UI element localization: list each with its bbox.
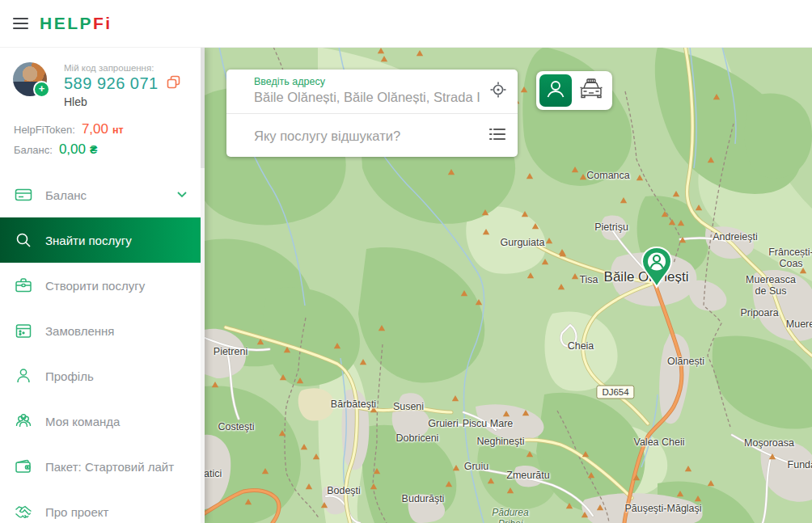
sidebar-item-create-service[interactable]: Створити послугу <box>0 263 205 308</box>
list-icon[interactable] <box>488 124 507 147</box>
sidebar-item-label: Профіль <box>45 369 94 383</box>
sidebar-scrollbar[interactable] <box>201 47 205 523</box>
token-value: 7,00 <box>82 120 108 138</box>
helpfi-app: HELPFi + Мій код запрошення: 589 926 071 <box>0 0 812 523</box>
profile-block: + Мій код запрошення: 589 926 071 Hleb <box>0 47 205 108</box>
calendar-icon <box>14 321 33 340</box>
logo-text-primary: HELP <box>40 14 93 32</box>
address-label: Введіть адресу <box>254 76 325 87</box>
wallet-icon <box>14 457 33 476</box>
road-shield: DJ654 <box>596 386 634 399</box>
map-marker-pin[interactable] <box>640 246 674 289</box>
chevron-down-icon <box>174 186 190 205</box>
briefcase-icon <box>14 276 33 295</box>
balances-block: HelpFiToken: 7,00 нт Баланс: 0,00 ₴ <box>0 108 205 159</box>
sidebar-item-find-service[interactable]: Знайти послугу <box>0 217 205 263</box>
taxi-icon <box>577 77 605 104</box>
sidebar-item-label: Знайти послугу <box>45 234 132 247</box>
taxi-mode-button[interactable] <box>575 74 607 107</box>
balance-label: Баланс: <box>14 141 53 159</box>
map-canvas[interactable]: ComancaPietrişuAndreieştiFrâncești-CoasG… <box>205 47 812 523</box>
app-logo[interactable]: HELPFi <box>40 14 112 33</box>
search-icon <box>14 230 33 250</box>
top-bar: HELPFi <box>0 0 812 48</box>
address-row[interactable]: Введіть адресу Băile Olănești, Băile Olă… <box>226 70 518 113</box>
my-location-icon[interactable] <box>489 81 507 102</box>
sidebar-item-label: Пакет: Стартовий лайт <box>45 460 174 474</box>
card-icon <box>14 185 33 205</box>
balance-value: 0,00 <box>59 140 86 158</box>
invite-code-label: Мій код запрошення: <box>64 63 181 73</box>
sidebar-item-balance[interactable]: Баланс <box>0 172 205 217</box>
person-icon <box>14 366 33 386</box>
sidebar-item-label: Баланс <box>45 188 87 202</box>
sidebar: + Мій код запрошення: 589 926 071 Hleb <box>0 47 205 523</box>
sidebar-item-label: Замовлення <box>45 324 114 338</box>
search-panel: Введіть адресу Băile Olănești, Băile Olă… <box>226 70 518 157</box>
token-unit: нт <box>112 121 124 140</box>
sidebar-item-label: Про проект <box>45 505 108 519</box>
hamburger-menu-icon[interactable] <box>13 18 28 30</box>
sidebar-item-orders[interactable]: Замовлення <box>0 308 205 353</box>
copy-icon[interactable] <box>167 75 181 93</box>
sidebar-item-profile[interactable]: Профіль <box>0 353 205 399</box>
invite-code-value: 589 926 071 <box>64 74 159 93</box>
team-icon <box>14 411 33 431</box>
service-search-input[interactable]: Яку послугу відшукати? <box>254 129 400 144</box>
balance-unit: ₴ <box>90 141 97 159</box>
address-input[interactable]: Băile Olănești, Băile Olănești, Strada I <box>254 90 480 105</box>
sidebar-item-about[interactable]: Про проект <box>0 489 205 523</box>
user-name: Hleb <box>64 95 181 108</box>
sidebar-menu: Баланс Знайти послугу <box>0 172 205 523</box>
person-mode-button[interactable] <box>539 74 572 107</box>
sidebar-item-label: Моя команда <box>45 415 120 428</box>
sidebar-item-package[interactable]: Пакет: Стартовий лайт <box>0 444 205 489</box>
token-label: HelpFiToken: <box>14 120 75 139</box>
logo-text-accent: Fi <box>93 14 112 32</box>
search-mode-toggle <box>536 71 612 110</box>
sidebar-item-label: Створити послугу <box>45 279 145 293</box>
person-icon <box>544 78 567 103</box>
sidebar-item-my-team[interactable]: Моя команда <box>0 399 205 444</box>
add-invite-button[interactable]: + <box>33 81 50 98</box>
service-row[interactable]: Яку послугу відшукати? <box>226 114 518 158</box>
handshake-icon <box>14 502 33 521</box>
